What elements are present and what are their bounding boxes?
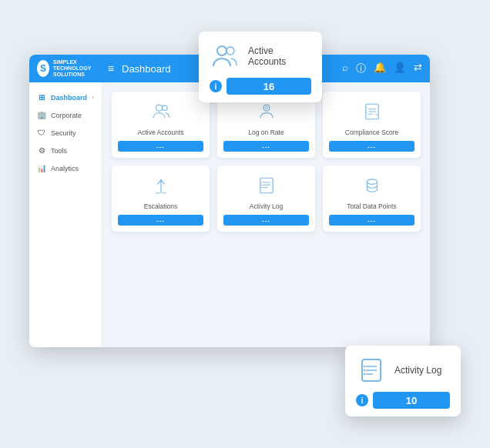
chart-icon: 📊 xyxy=(37,164,46,172)
scene: S SIMPLEX TECHNOLOGYSOLUTIONS ≡ Dashboar… xyxy=(29,32,461,416)
compliance-icon-wrap xyxy=(360,99,384,124)
float-card-top-activity: Activity Log xyxy=(356,355,450,386)
card-label-active-accounts: Active Accounts xyxy=(137,129,183,136)
float-card-activity-log: Activity Log i 10 xyxy=(345,346,461,416)
activitylog-icon-wrap xyxy=(254,173,279,198)
card-bar-data-points: --- xyxy=(329,215,414,226)
logon-icon xyxy=(257,102,277,122)
svg-point-7 xyxy=(260,182,262,183)
svg-point-5 xyxy=(159,179,162,182)
user-icon[interactable]: 👤 xyxy=(394,62,406,75)
card-label-logon-rate: Log on Rate xyxy=(248,129,284,136)
float-card-label-accounts: Active Accounts xyxy=(248,45,311,67)
card-label-escalations: Escalations xyxy=(144,202,177,210)
svg-point-15 xyxy=(364,369,365,371)
float-card-active-accounts: Active Accounts i 16 xyxy=(199,32,322,102)
float-accounts-icon xyxy=(210,41,240,72)
card-bar-value: --- xyxy=(368,217,376,224)
sidebar: ⊞ Dashboard › 🏢 Corporate 🛡 Security ⚙ T… xyxy=(29,82,102,347)
card-bar-escalations: --- xyxy=(118,215,203,226)
shield-icon: 🛡 xyxy=(37,129,46,137)
sidebar-item-label: Security xyxy=(51,129,76,137)
sidebar-item-analytics[interactable]: 📊 Analytics xyxy=(29,159,102,177)
info-icon[interactable]: ⓘ xyxy=(356,62,366,75)
float-bar-value-activity: 10 xyxy=(406,395,417,406)
card-bar-value: --- xyxy=(262,217,270,224)
svg-point-9 xyxy=(260,187,262,189)
card-label-activity-log: Activity Log xyxy=(250,202,283,210)
card-bar-value: --- xyxy=(368,143,376,150)
svg-point-2 xyxy=(263,105,269,111)
float-card-label-activity: Activity Log xyxy=(394,365,441,376)
company-name: SIMPLEX TECHNOLOGYSOLUTIONS xyxy=(53,59,99,77)
float-activitylog-icon xyxy=(356,355,387,386)
card-bar-activity-log: --- xyxy=(223,215,309,226)
sidebar-item-label: Tools xyxy=(51,147,67,155)
compliance-icon xyxy=(362,102,382,122)
float-bar-activity: 10 xyxy=(373,392,450,409)
card-data-points[interactable]: Total Data Points --- xyxy=(323,165,421,232)
float-bar-accounts: 16 xyxy=(227,78,311,95)
activitylog-icon xyxy=(257,176,277,196)
card-active-accounts[interactable]: Active Accounts --- xyxy=(112,92,210,158)
sidebar-item-label: Corporate xyxy=(51,112,82,119)
card-escalations[interactable]: Escalations --- xyxy=(112,165,210,232)
float-card-info-activity: Activity Log xyxy=(394,365,441,376)
logon-icon-wrap xyxy=(254,99,279,124)
sidebar-item-tools[interactable]: ⚙ Tools xyxy=(29,142,102,159)
logo-letter: S xyxy=(40,63,46,74)
sidebar-item-corporate[interactable]: 🏢 Corporate xyxy=(29,106,102,124)
sidebar-item-label: Dashboard xyxy=(51,94,87,102)
svg-point-0 xyxy=(156,105,162,111)
card-bar-logon-rate: --- xyxy=(223,141,309,152)
card-bar-value: --- xyxy=(156,143,165,150)
card-label-data-points: Total Data Points xyxy=(347,202,396,210)
sidebar-arrow: › xyxy=(92,94,94,101)
escalations-icon-wrap xyxy=(149,173,173,198)
main-content: Active Accounts --- xyxy=(102,82,430,347)
float-card-top-accounts: Active Accounts xyxy=(210,41,311,72)
logo-circle: S xyxy=(37,60,49,77)
float-card-bottom: i 16 xyxy=(210,78,311,95)
grid-icon: ⊞ xyxy=(37,93,46,102)
svg-point-14 xyxy=(364,366,365,367)
svg-rect-6 xyxy=(260,178,272,193)
sidebar-item-dashboard[interactable]: ⊞ Dashboard › xyxy=(29,89,102,106)
float-bar-value-accounts: 16 xyxy=(263,81,274,92)
svg-point-11 xyxy=(217,46,227,55)
bell-icon[interactable]: 🔔 xyxy=(374,62,386,75)
svg-point-12 xyxy=(227,47,234,55)
topbar-icons: ⌕ ⓘ 🔔 👤 ⇄ xyxy=(342,62,422,75)
card-bar-value: --- xyxy=(262,143,270,150)
tools-icon: ⚙ xyxy=(37,146,46,155)
svg-point-3 xyxy=(265,107,267,109)
info-badge-accounts: i xyxy=(210,80,222,92)
info-badge-activity: i xyxy=(356,394,368,406)
float-card-bottom-activity: i 10 xyxy=(356,392,450,409)
datapoints-icon xyxy=(362,176,382,196)
svg-point-10 xyxy=(367,179,377,185)
sidebar-item-security[interactable]: 🛡 Security xyxy=(29,124,102,142)
accounts-icon xyxy=(151,102,171,122)
card-bar-value: --- xyxy=(156,217,165,224)
escalations-icon xyxy=(151,176,171,196)
sidebar-item-label: Analytics xyxy=(51,165,79,172)
settings-icon[interactable]: ⇄ xyxy=(414,62,422,75)
logo: S SIMPLEX TECHNOLOGYSOLUTIONS ≡ xyxy=(37,59,114,77)
hamburger-icon[interactable]: ≡ xyxy=(108,62,114,75)
window-body: ⊞ Dashboard › 🏢 Corporate 🛡 Security ⚙ T… xyxy=(29,82,430,347)
cards-grid: Active Accounts --- xyxy=(112,92,421,232)
float-card-info-accounts: Active Accounts xyxy=(248,45,311,67)
building-icon: 🏢 xyxy=(37,111,46,119)
svg-point-16 xyxy=(364,373,365,375)
card-bar-compliance: --- xyxy=(329,141,414,152)
svg-point-1 xyxy=(162,105,167,111)
datapoints-icon-wrap xyxy=(360,173,384,198)
search-icon[interactable]: ⌕ xyxy=(342,62,348,75)
card-activity-log[interactable]: Activity Log --- xyxy=(217,165,315,232)
svg-point-8 xyxy=(260,184,262,186)
card-label-compliance: Compliance Score xyxy=(345,129,398,136)
card-compliance[interactable]: Compliance Score --- xyxy=(323,92,421,158)
card-bar-active-accounts: --- xyxy=(118,141,203,152)
accounts-icon-wrap xyxy=(149,99,173,124)
